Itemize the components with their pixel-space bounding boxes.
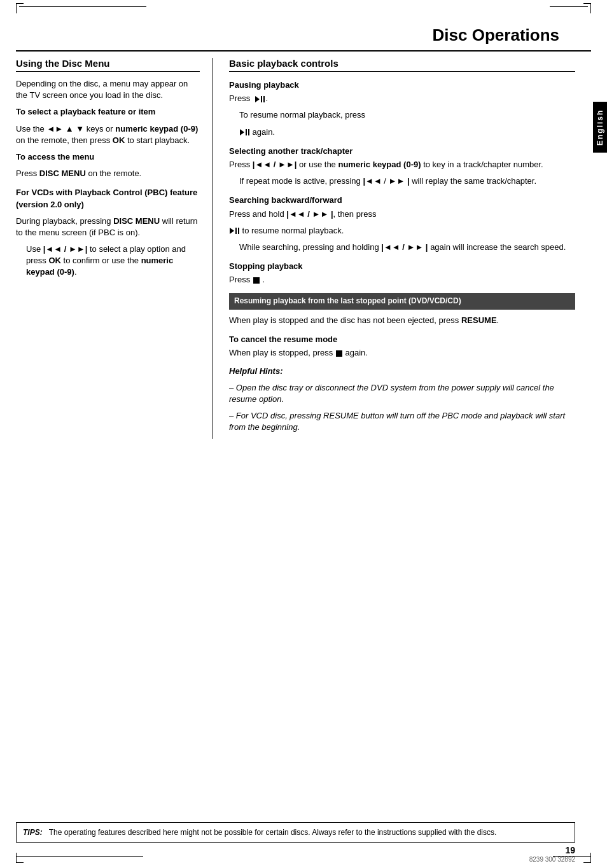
- pausing-resume2: again.: [239, 127, 575, 138]
- selecting-text2: If repeat mode is active, pressing |◄◄ /…: [239, 176, 575, 187]
- cancel-title: To cancel the resume mode: [229, 334, 575, 345]
- bottom-line-right: [553, 856, 591, 857]
- subsection2-title: To access the menu: [16, 151, 200, 163]
- left-intro: Depending on the disc, a menu may appear…: [16, 78, 200, 101]
- stopping-section: Stopping playback Press .: [229, 261, 575, 286]
- play-pause-icon-1: [255, 96, 265, 102]
- searching-section: Searching backward/forward Press and hol…: [229, 195, 575, 253]
- resuming-text1: When play is stopped and the disc has no…: [229, 315, 575, 326]
- searching-title: Searching backward/forward: [229, 195, 575, 206]
- top-line-left: [19, 6, 146, 7]
- subsection3-text1: During playback, pressing DISC MENU will…: [16, 216, 200, 238]
- page-wrapper: Disc Operations English Using the Disc M…: [0, 0, 607, 868]
- searching-text2: to resume normal playback.: [229, 225, 575, 237]
- corner-bracket-top-left: [16, 3, 24, 13]
- searching-text1: Press and hold |◄◄ / ►► |, then press: [229, 209, 575, 220]
- selecting-section: Selecting another track/chapter Press |◄…: [229, 146, 575, 188]
- left-column: Using the Disc Menu Depending on the dis…: [16, 58, 213, 439]
- corner-bracket-top-right: [583, 3, 591, 13]
- subsection1-text: Use the ◄► ▲ ▼ keys or numeric keypad (0…: [16, 123, 200, 146]
- right-section-title: Basic playback controls: [229, 58, 575, 72]
- selecting-title: Selecting another track/chapter: [229, 146, 575, 157]
- corner-bracket-bottom-right: [583, 853, 591, 863]
- subsection3-title: For VCDs with Playback Control (PBC) fea…: [16, 187, 200, 210]
- right-column: Basic playback controls Pausing playback…: [226, 58, 591, 439]
- bottom-line-left: [16, 856, 143, 857]
- subsection2-text: Press DISC MENU on the remote.: [16, 168, 200, 179]
- subsection3-text2: Use |◄◄ / ►►| to select a play option an…: [26, 244, 200, 279]
- resume-box-title: Resuming playback from the last stopped …: [234, 296, 461, 305]
- pausing-resume: To resume normal playback, press: [239, 109, 575, 121]
- stopping-text: Press .: [229, 274, 575, 286]
- selecting-text1: Press |◄◄ / ►►| or use the numeric keypa…: [229, 159, 575, 170]
- page-number: 19: [565, 845, 575, 855]
- pausing-text: Press .: [229, 93, 575, 104]
- ref-number: 8239 300 32892: [529, 856, 575, 863]
- pausing-title: Pausing playback: [229, 79, 575, 91]
- play-pause-icon-2: [240, 129, 249, 135]
- tips-box: TIPS: The operating features described h…: [16, 822, 575, 843]
- tips-text: The operating features described here mi…: [49, 828, 497, 837]
- left-section-title: Using the Disc Menu: [16, 58, 200, 72]
- stopping-title: Stopping playback: [229, 261, 575, 272]
- tips-label: TIPS:: [23, 828, 43, 837]
- hint1: – Open the disc tray or disconnect the D…: [229, 382, 575, 405]
- cancel-text: When play is stopped, press again.: [229, 347, 575, 359]
- pausing-section: Pausing playback Press . To resume norma…: [229, 79, 575, 138]
- hint2: – For VCD disc, pressing RESUME button w…: [229, 410, 575, 433]
- subsection1-title: To select a playback feature or item: [16, 106, 200, 118]
- page-title: Disc Operations: [433, 25, 559, 45]
- stop-icon: [253, 277, 260, 284]
- corner-bracket-bottom-left: [16, 853, 24, 863]
- page-title-area: Disc Operations: [16, 19, 591, 52]
- top-line-right: [550, 6, 588, 7]
- hints-title: Helpful Hints:: [229, 366, 575, 377]
- content-area: Using the Disc Menu Depending on the dis…: [0, 58, 607, 439]
- searching-text3: While searching, pressing and holding |◄…: [239, 242, 575, 253]
- english-tab: English: [593, 102, 607, 153]
- stop-icon-2: [336, 350, 342, 357]
- play-pause-icon-3: [230, 228, 239, 234]
- resume-box: Resuming playback from the last stopped …: [229, 293, 575, 310]
